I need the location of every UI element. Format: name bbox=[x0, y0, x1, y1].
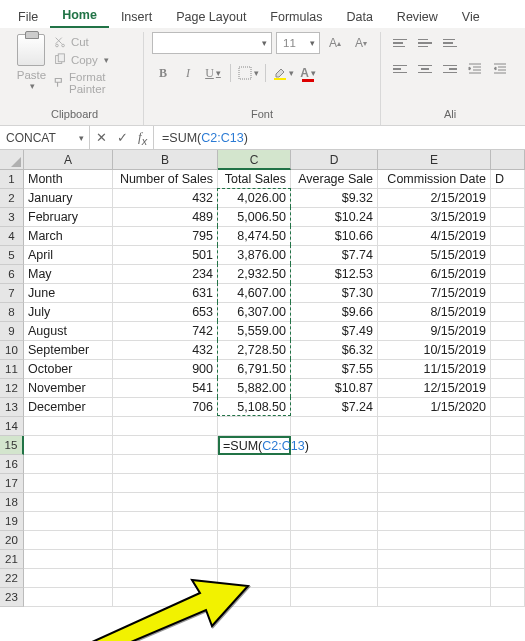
cell[interactable]: 5,559.00 bbox=[218, 322, 291, 341]
row-header[interactable]: 6 bbox=[0, 265, 24, 284]
cell[interactable]: March bbox=[24, 227, 113, 246]
cell[interactable] bbox=[491, 246, 525, 265]
cell[interactable]: 6,307.00 bbox=[218, 303, 291, 322]
copy-button[interactable]: Copy▾ bbox=[53, 52, 135, 68]
cell[interactable]: Month bbox=[24, 170, 113, 189]
cell[interactable] bbox=[113, 588, 218, 607]
cell[interactable] bbox=[24, 550, 113, 569]
underline-button[interactable]: U▾ bbox=[202, 62, 224, 84]
cell[interactable] bbox=[491, 322, 525, 341]
cell[interactable] bbox=[291, 455, 378, 474]
cell[interactable]: $7.30 bbox=[291, 284, 378, 303]
row-header[interactable]: 7 bbox=[0, 284, 24, 303]
cell[interactable]: 7/15/2019 bbox=[378, 284, 491, 303]
tab-view[interactable]: Vie bbox=[450, 4, 492, 28]
align-bottom-button[interactable] bbox=[439, 32, 461, 54]
cell[interactable] bbox=[491, 227, 525, 246]
cell[interactable]: $7.49 bbox=[291, 322, 378, 341]
cell[interactable] bbox=[491, 284, 525, 303]
cell[interactable] bbox=[113, 569, 218, 588]
cell[interactable] bbox=[491, 341, 525, 360]
row-header[interactable]: 15 bbox=[0, 436, 24, 455]
cell[interactable] bbox=[378, 588, 491, 607]
cell[interactable] bbox=[113, 474, 218, 493]
paste-button[interactable]: Paste ▾ bbox=[14, 32, 49, 106]
cell[interactable]: 4,026.00 bbox=[218, 189, 291, 208]
cell[interactable]: 631 bbox=[113, 284, 218, 303]
cell[interactable] bbox=[491, 189, 525, 208]
italic-button[interactable]: I bbox=[177, 62, 199, 84]
cell[interactable]: 4,607.00 bbox=[218, 284, 291, 303]
cell[interactable]: October bbox=[24, 360, 113, 379]
cell[interactable] bbox=[491, 455, 525, 474]
accept-formula-button[interactable]: ✓ bbox=[117, 130, 128, 145]
cell[interactable]: 6,791.50 bbox=[218, 360, 291, 379]
cell[interactable]: June bbox=[24, 284, 113, 303]
cell[interactable]: $12.53 bbox=[291, 265, 378, 284]
cell[interactable]: 432 bbox=[113, 341, 218, 360]
cell[interactable] bbox=[291, 588, 378, 607]
cell[interactable] bbox=[113, 493, 218, 512]
cell[interactable] bbox=[491, 474, 525, 493]
align-right-button[interactable] bbox=[439, 58, 461, 80]
cell[interactable] bbox=[218, 417, 291, 436]
row-header[interactable]: 18 bbox=[0, 493, 24, 512]
cell[interactable] bbox=[378, 474, 491, 493]
row-header[interactable]: 19 bbox=[0, 512, 24, 531]
cell[interactable] bbox=[24, 436, 113, 455]
cell[interactable]: $7.24 bbox=[291, 398, 378, 417]
cell[interactable] bbox=[24, 417, 113, 436]
cell[interactable] bbox=[491, 436, 525, 455]
font-family-select[interactable] bbox=[152, 32, 272, 54]
cell[interactable] bbox=[218, 512, 291, 531]
formula-input[interactable]: =SUM(C2:C13) bbox=[154, 126, 525, 149]
cell[interactable]: $10.87 bbox=[291, 379, 378, 398]
cell[interactable] bbox=[291, 569, 378, 588]
col-header-E[interactable]: E bbox=[378, 150, 491, 170]
cell[interactable]: $10.66 bbox=[291, 227, 378, 246]
cell[interactable]: January bbox=[24, 189, 113, 208]
row-header[interactable]: 22 bbox=[0, 569, 24, 588]
cell[interactable]: November bbox=[24, 379, 113, 398]
tab-file[interactable]: File bbox=[6, 4, 50, 28]
cell[interactable]: $7.55 bbox=[291, 360, 378, 379]
cell[interactable] bbox=[24, 474, 113, 493]
row-header[interactable]: 10 bbox=[0, 341, 24, 360]
cell[interactable]: 432 bbox=[113, 189, 218, 208]
cell[interactable]: Total Sales bbox=[218, 170, 291, 189]
increase-indent-button[interactable] bbox=[489, 58, 511, 80]
worksheet-grid[interactable]: A B C D E 1 Month Number of Sales Total … bbox=[0, 150, 525, 607]
tab-formulas[interactable]: Formulas bbox=[258, 4, 334, 28]
cell[interactable]: Commission Date bbox=[378, 170, 491, 189]
cell[interactable] bbox=[491, 303, 525, 322]
tab-page-layout[interactable]: Page Layout bbox=[164, 4, 258, 28]
cell[interactable]: 5/15/2019 bbox=[378, 246, 491, 265]
cell[interactable] bbox=[491, 531, 525, 550]
cell[interactable]: 11/15/2019 bbox=[378, 360, 491, 379]
fx-button[interactable]: fx bbox=[138, 129, 147, 147]
cell[interactable]: 501 bbox=[113, 246, 218, 265]
cell[interactable]: 5,006.50 bbox=[218, 208, 291, 227]
font-color-button[interactable]: A▾ bbox=[297, 62, 319, 84]
name-box[interactable]: CONCAT bbox=[0, 126, 90, 149]
cell[interactable]: February bbox=[24, 208, 113, 227]
cell[interactable]: $9.66 bbox=[291, 303, 378, 322]
row-header[interactable]: 13 bbox=[0, 398, 24, 417]
cell[interactable] bbox=[218, 550, 291, 569]
cell[interactable] bbox=[24, 588, 113, 607]
row-header[interactable]: 12 bbox=[0, 379, 24, 398]
cell[interactable]: $7.74 bbox=[291, 246, 378, 265]
cell[interactable] bbox=[491, 208, 525, 227]
col-header-C[interactable]: C bbox=[218, 150, 291, 170]
cell[interactable]: 8/15/2019 bbox=[378, 303, 491, 322]
cell[interactable] bbox=[113, 417, 218, 436]
increase-font-icon[interactable]: A▴ bbox=[324, 32, 346, 54]
cell[interactable] bbox=[291, 417, 378, 436]
select-all-corner[interactable] bbox=[0, 150, 24, 170]
row-header[interactable]: 8 bbox=[0, 303, 24, 322]
cell[interactable]: 3/15/2019 bbox=[378, 208, 491, 227]
align-top-button[interactable] bbox=[389, 32, 411, 54]
cell[interactable] bbox=[218, 455, 291, 474]
cell[interactable] bbox=[378, 493, 491, 512]
tab-home[interactable]: Home bbox=[50, 2, 109, 28]
